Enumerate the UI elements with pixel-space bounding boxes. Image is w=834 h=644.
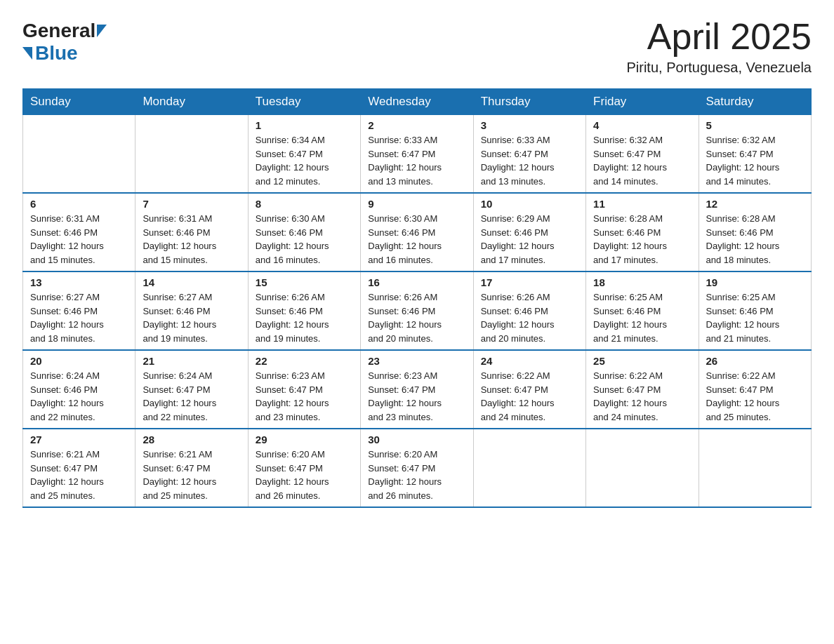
calendar-cell: 13Sunrise: 6:27 AMSunset: 6:46 PMDayligh… — [23, 271, 135, 350]
logo: General Blue — [22, 20, 108, 65]
day-info: Sunrise: 6:29 AMSunset: 6:46 PMDaylight:… — [481, 213, 555, 265]
header-friday: Friday — [586, 89, 699, 115]
calendar-cell: 9Sunrise: 6:30 AMSunset: 6:46 PMDaylight… — [361, 193, 473, 271]
calendar-cell: 15Sunrise: 6:26 AMSunset: 6:46 PMDayligh… — [248, 271, 360, 350]
day-info: Sunrise: 6:23 AMSunset: 6:47 PMDaylight:… — [256, 370, 329, 422]
day-number: 17 — [481, 276, 578, 288]
day-info: Sunrise: 6:34 AMSunset: 6:47 PMDaylight:… — [256, 135, 329, 187]
calendar-cell: 8Sunrise: 6:30 AMSunset: 6:46 PMDaylight… — [248, 193, 360, 271]
calendar-cell: 4Sunrise: 6:32 AMSunset: 6:47 PMDaylight… — [586, 115, 699, 194]
day-info: Sunrise: 6:22 AMSunset: 6:47 PMDaylight:… — [481, 370, 555, 422]
day-info: Sunrise: 6:26 AMSunset: 6:46 PMDaylight:… — [256, 292, 329, 344]
day-info: Sunrise: 6:22 AMSunset: 6:47 PMDaylight:… — [706, 370, 780, 422]
day-number: 21 — [143, 355, 240, 367]
day-info: Sunrise: 6:24 AMSunset: 6:46 PMDaylight:… — [30, 370, 104, 422]
week-row-1: 6Sunrise: 6:31 AMSunset: 6:46 PMDaylight… — [23, 193, 812, 271]
week-row-4: 27Sunrise: 6:21 AMSunset: 6:47 PMDayligh… — [23, 429, 812, 507]
header-tuesday: Tuesday — [248, 89, 360, 115]
day-info: Sunrise: 6:21 AMSunset: 6:47 PMDaylight:… — [30, 449, 104, 501]
day-number: 19 — [706, 276, 804, 288]
week-row-2: 13Sunrise: 6:27 AMSunset: 6:46 PMDayligh… — [23, 271, 812, 350]
calendar-header: SundayMondayTuesdayWednesdayThursdayFrid… — [23, 89, 812, 115]
day-number: 24 — [481, 355, 578, 367]
calendar-cell: 30Sunrise: 6:20 AMSunset: 6:47 PMDayligh… — [361, 429, 473, 507]
day-number: 5 — [706, 119, 804, 131]
header-thursday: Thursday — [473, 89, 585, 115]
calendar-cell: 19Sunrise: 6:25 AMSunset: 6:46 PMDayligh… — [699, 271, 811, 350]
page-title: April 2025 — [626, 17, 812, 57]
day-number: 14 — [143, 276, 240, 288]
day-info: Sunrise: 6:26 AMSunset: 6:46 PMDaylight:… — [368, 292, 442, 344]
day-info: Sunrise: 6:30 AMSunset: 6:46 PMDaylight:… — [368, 213, 442, 265]
logo-triangle2-icon — [22, 47, 32, 60]
day-number: 18 — [593, 276, 691, 288]
header-saturday: Saturday — [699, 89, 811, 115]
day-number: 16 — [368, 276, 465, 288]
day-number: 25 — [593, 355, 691, 367]
calendar-cell: 7Sunrise: 6:31 AMSunset: 6:46 PMDaylight… — [135, 193, 248, 271]
day-number: 8 — [256, 198, 353, 210]
day-info: Sunrise: 6:20 AMSunset: 6:47 PMDaylight:… — [256, 449, 329, 501]
day-number: 13 — [30, 276, 128, 288]
day-info: Sunrise: 6:30 AMSunset: 6:46 PMDaylight:… — [256, 213, 329, 265]
page-subtitle: Piritu, Portuguesa, Venezuela — [626, 60, 812, 76]
day-number: 22 — [256, 355, 353, 367]
header-row: SundayMondayTuesdayWednesdayThursdayFrid… — [23, 89, 812, 115]
calendar-cell: 23Sunrise: 6:23 AMSunset: 6:47 PMDayligh… — [361, 350, 473, 429]
day-number: 29 — [256, 434, 353, 445]
calendar-cell: 6Sunrise: 6:31 AMSunset: 6:46 PMDaylight… — [23, 193, 135, 271]
calendar-cell: 27Sunrise: 6:21 AMSunset: 6:47 PMDayligh… — [23, 429, 135, 507]
day-number: 23 — [368, 355, 465, 367]
day-number: 1 — [256, 119, 353, 131]
day-info: Sunrise: 6:21 AMSunset: 6:47 PMDaylight:… — [143, 449, 216, 501]
calendar-cell: 3Sunrise: 6:33 AMSunset: 6:47 PMDaylight… — [473, 115, 585, 194]
page-header: General Blue April 2025 Piritu, Portugue… — [22, 17, 812, 76]
calendar-cell: 12Sunrise: 6:28 AMSunset: 6:46 PMDayligh… — [699, 193, 811, 271]
day-number: 4 — [593, 119, 691, 131]
week-row-3: 20Sunrise: 6:24 AMSunset: 6:46 PMDayligh… — [23, 350, 812, 429]
day-info: Sunrise: 6:33 AMSunset: 6:47 PMDaylight:… — [368, 135, 442, 187]
logo-general-text: General — [22, 20, 95, 42]
header-wednesday: Wednesday — [361, 89, 473, 115]
day-info: Sunrise: 6:25 AMSunset: 6:46 PMDaylight:… — [593, 292, 667, 344]
day-info: Sunrise: 6:31 AMSunset: 6:46 PMDaylight:… — [30, 213, 104, 265]
logo-triangle-icon — [97, 25, 107, 37]
calendar-table: SundayMondayTuesdayWednesdayThursdayFrid… — [22, 88, 812, 508]
day-info: Sunrise: 6:26 AMSunset: 6:46 PMDaylight:… — [481, 292, 555, 344]
calendar-cell: 28Sunrise: 6:21 AMSunset: 6:47 PMDayligh… — [135, 429, 248, 507]
day-number: 2 — [368, 119, 465, 131]
day-info: Sunrise: 6:28 AMSunset: 6:46 PMDaylight:… — [593, 213, 667, 265]
calendar-cell: 11Sunrise: 6:28 AMSunset: 6:46 PMDayligh… — [586, 193, 699, 271]
day-number: 15 — [256, 276, 353, 288]
day-info: Sunrise: 6:24 AMSunset: 6:47 PMDaylight:… — [143, 370, 216, 422]
day-number: 10 — [481, 198, 578, 210]
calendar-cell: 2Sunrise: 6:33 AMSunset: 6:47 PMDaylight… — [361, 115, 473, 194]
day-number: 20 — [30, 355, 128, 367]
calendar-cell: 17Sunrise: 6:26 AMSunset: 6:46 PMDayligh… — [473, 271, 585, 350]
day-info: Sunrise: 6:27 AMSunset: 6:46 PMDaylight:… — [143, 292, 216, 344]
calendar-cell: 10Sunrise: 6:29 AMSunset: 6:46 PMDayligh… — [473, 193, 585, 271]
calendar-cell: 14Sunrise: 6:27 AMSunset: 6:46 PMDayligh… — [135, 271, 248, 350]
header-sunday: Sunday — [23, 89, 135, 115]
week-row-0: 1Sunrise: 6:34 AMSunset: 6:47 PMDaylight… — [23, 115, 812, 194]
calendar-cell — [586, 429, 699, 507]
calendar-cell: 24Sunrise: 6:22 AMSunset: 6:47 PMDayligh… — [473, 350, 585, 429]
calendar-cell: 21Sunrise: 6:24 AMSunset: 6:47 PMDayligh… — [135, 350, 248, 429]
day-number: 7 — [143, 198, 240, 210]
calendar-cell: 18Sunrise: 6:25 AMSunset: 6:46 PMDayligh… — [586, 271, 699, 350]
calendar-cell: 25Sunrise: 6:22 AMSunset: 6:47 PMDayligh… — [586, 350, 699, 429]
calendar-cell: 1Sunrise: 6:34 AMSunset: 6:47 PMDaylight… — [248, 115, 360, 194]
day-number: 26 — [706, 355, 804, 367]
day-number: 9 — [368, 198, 465, 210]
header-monday: Monday — [135, 89, 248, 115]
day-info: Sunrise: 6:32 AMSunset: 6:47 PMDaylight:… — [593, 135, 667, 187]
calendar-cell — [473, 429, 585, 507]
day-info: Sunrise: 6:31 AMSunset: 6:46 PMDaylight:… — [143, 213, 216, 265]
logo-blue-text: Blue — [35, 42, 78, 65]
calendar-cell: 20Sunrise: 6:24 AMSunset: 6:46 PMDayligh… — [23, 350, 135, 429]
day-number: 27 — [30, 434, 128, 445]
calendar-cell: 26Sunrise: 6:22 AMSunset: 6:47 PMDayligh… — [699, 350, 811, 429]
day-info: Sunrise: 6:25 AMSunset: 6:46 PMDaylight:… — [706, 292, 780, 344]
day-info: Sunrise: 6:20 AMSunset: 6:47 PMDaylight:… — [368, 449, 442, 501]
day-info: Sunrise: 6:23 AMSunset: 6:47 PMDaylight:… — [368, 370, 442, 422]
